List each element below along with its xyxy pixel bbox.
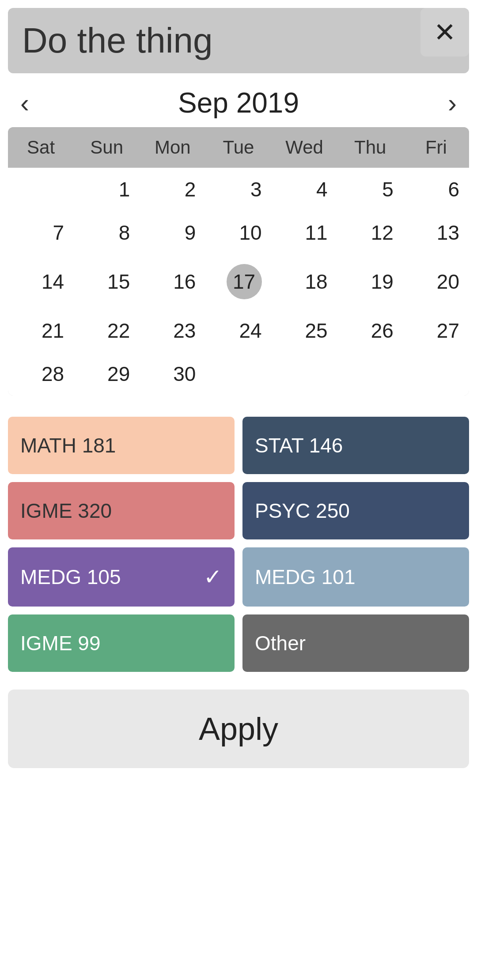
- calendar-day[interactable]: 28: [8, 352, 74, 396]
- close-icon: ✕: [434, 17, 456, 48]
- title-bar: Do the thing: [8, 8, 469, 73]
- course-label: PSYC 250: [255, 499, 350, 523]
- calendar-day[interactable]: 3: [205, 168, 271, 211]
- weekday-label: Mon: [140, 127, 205, 168]
- calendar-day[interactable]: 26: [337, 309, 403, 352]
- calendar-day[interactable]: 23: [140, 309, 205, 352]
- weekday-label: Fri: [403, 127, 469, 168]
- calendar-day[interactable]: 7: [8, 211, 74, 254]
- calendar-day[interactable]: 20: [403, 254, 469, 309]
- calendar-day[interactable]: 6: [403, 168, 469, 211]
- calendar-day[interactable]: 24: [205, 309, 271, 352]
- calendar-day: [403, 352, 469, 396]
- calendar-day[interactable]: 12: [337, 211, 403, 254]
- calendar-day[interactable]: 1: [74, 168, 140, 211]
- calendar-day: [205, 352, 271, 396]
- calendar-day[interactable]: 9: [140, 211, 205, 254]
- calendar-day[interactable]: 21: [8, 309, 74, 352]
- course-button-medg105[interactable]: MEDG 105✓: [8, 547, 235, 607]
- calendar-day[interactable]: 18: [272, 254, 337, 309]
- checkmark-icon: ✓: [204, 564, 222, 590]
- course-button-math181[interactable]: MATH 181: [8, 417, 235, 474]
- calendar-day: [8, 168, 74, 211]
- weekday-label: Wed: [272, 127, 337, 168]
- weekday-label: Thu: [337, 127, 403, 168]
- calendar-day[interactable]: 30: [140, 352, 205, 396]
- calendar-day[interactable]: 5: [337, 168, 403, 211]
- calendar-day[interactable]: 19: [337, 254, 403, 309]
- course-button-igme99[interactable]: IGME 99: [8, 614, 235, 672]
- calendar-day: [272, 352, 337, 396]
- weekday-label: Sat: [8, 127, 74, 168]
- course-button-stat146[interactable]: STAT 146: [242, 417, 469, 474]
- weekday-label: Tue: [205, 127, 271, 168]
- calendar-day[interactable]: 25: [272, 309, 337, 352]
- course-label: IGME 99: [20, 631, 101, 655]
- next-month-button[interactable]: ›: [440, 88, 465, 118]
- calendar-day[interactable]: 11: [272, 211, 337, 254]
- course-label: Other: [255, 631, 306, 655]
- course-button-other[interactable]: Other: [242, 614, 469, 672]
- calendar-day[interactable]: 4: [272, 168, 337, 211]
- calendar-day: [337, 352, 403, 396]
- calendar-day[interactable]: 27: [403, 309, 469, 352]
- calendar-grid: SatSunMonTueWedThuFri 123456789101112131…: [8, 127, 469, 396]
- month-label: Sep 2019: [178, 87, 299, 119]
- weekday-label: Sun: [74, 127, 140, 168]
- prev-month-button[interactable]: ‹: [12, 88, 37, 118]
- calendar-day[interactable]: 2: [140, 168, 205, 211]
- calendar-day[interactable]: 10: [205, 211, 271, 254]
- calendar-body[interactable]: 1234567891011121314151617181920212223242…: [8, 168, 469, 396]
- calendar-day[interactable]: 15: [74, 254, 140, 309]
- calendar-day[interactable]: 17: [205, 254, 271, 309]
- course-label: IGME 320: [20, 499, 112, 523]
- calendar-day[interactable]: 22: [74, 309, 140, 352]
- task-title: Do the thing: [22, 21, 212, 60]
- course-label: MEDG 105: [20, 565, 121, 589]
- courses-section: MATH 181STAT 146IGME 320PSYC 250MEDG 105…: [8, 417, 469, 672]
- course-button-medg101[interactable]: MEDG 101: [242, 547, 469, 607]
- calendar-day[interactable]: 16: [140, 254, 205, 309]
- apply-button[interactable]: Apply: [8, 690, 469, 768]
- apply-section: Apply: [8, 690, 469, 768]
- course-label: MATH 181: [20, 433, 116, 457]
- calendar-header: SatSunMonTueWedThuFri: [8, 127, 469, 168]
- chevron-left-icon: ‹: [20, 88, 29, 118]
- calendar-day[interactable]: 29: [74, 352, 140, 396]
- course-label: MEDG 101: [255, 565, 356, 589]
- course-button-psyc250[interactable]: PSYC 250: [242, 482, 469, 539]
- calendar-day[interactable]: 14: [8, 254, 74, 309]
- calendar-day[interactable]: 13: [403, 211, 469, 254]
- calendar-nav: ‹ Sep 2019 ›: [8, 87, 469, 119]
- chevron-right-icon: ›: [448, 88, 457, 118]
- calendar-day[interactable]: 8: [74, 211, 140, 254]
- calendar-section: ‹ Sep 2019 › SatSunMonTueWedThuFri 12345…: [8, 87, 469, 396]
- course-button-igme320[interactable]: IGME 320: [8, 482, 235, 539]
- close-button[interactable]: ✕: [420, 8, 469, 57]
- course-label: STAT 146: [255, 433, 343, 457]
